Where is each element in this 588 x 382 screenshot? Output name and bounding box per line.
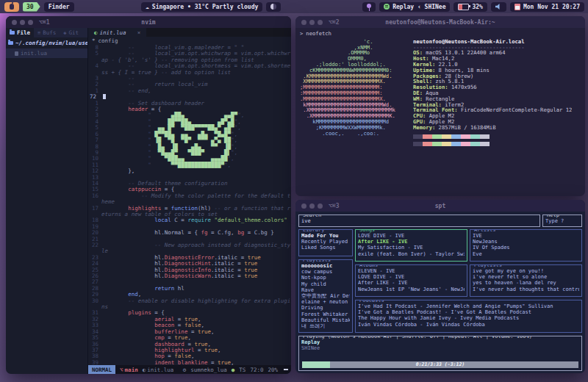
active-app-label: Finder <box>49 4 70 10</box>
palette-swatch <box>413 134 423 139</box>
list-item[interactable]: NewJeans <box>473 239 579 245</box>
tree-tab-bufs-label: Bufs <box>43 29 56 36</box>
list-item[interactable]: Driving <box>301 305 350 311</box>
space-indicator[interactable]: 30 <box>23 2 40 12</box>
editor-line: 4 -- local_vim.opt.shortmess = vim.opt.s… <box>88 63 291 76</box>
nvim-titlebar[interactable]: ⌥⌘1 nvim <box>6 16 291 28</box>
editor-line: 18 local C = require "default_theme.colo… <box>88 217 291 223</box>
terminal-content[interactable]: > neofetch 'c. ,xNMM. .OMMMMo OMMM0, .;l… <box>295 28 585 153</box>
list-item[interactable]: I've Had It Podcast - Jennifer Welch and… <box>358 303 579 309</box>
playlists-left-title: Playlists <box>301 259 332 263</box>
palette-swatch <box>442 142 451 146</box>
treesitter-dot-icon: ● <box>232 367 235 373</box>
list-item[interactable]: ELEVEN - IVE <box>358 268 465 274</box>
list-item[interactable]: NewJeans 1st EP 'New Jeans' - NewJeans <box>358 286 465 292</box>
list-item[interactable]: i've never felt so alone <box>473 274 579 280</box>
pin-widget[interactable] <box>362 2 376 12</box>
weather-widget[interactable]: ☁ Singapore • 31°C Partly cloudy <box>141 2 262 12</box>
list-item[interactable]: The Happy Hour with Jamie Ivey - Ivey Me… <box>358 315 579 321</box>
minimize-button[interactable] <box>309 203 315 209</box>
editor-line: 12 }, <box>88 168 291 174</box>
cursor-position: 72:0 <box>250 367 263 373</box>
search-panel-title: Search <box>301 215 323 218</box>
list-item[interactable]: 空中賣別墅 Air Def <box>301 293 350 299</box>
apple-menu[interactable] <box>4 2 19 12</box>
editor-line: 22 -- New approach instead of diagnostic… <box>88 242 291 255</box>
breadcrumb-label: config <box>98 37 118 44</box>
palette-swatch <box>480 142 490 146</box>
tree-tab-bufs[interactable]: ≡Bufs <box>34 28 60 37</box>
list-item[interactable]: moooooosic <box>301 263 350 269</box>
list-item[interactable]: I've Got a Beatles Podcast! - I've Got A… <box>358 309 579 315</box>
list-item[interactable]: cow campus <box>301 269 350 275</box>
editor-line: 17 highlights = function(hl) -- or a fun… <box>88 206 291 218</box>
spt-row-albums: Albums ELEVEN - IVELOVE DIVE - IVEAfter … <box>355 264 582 297</box>
search-panel[interactable]: Search ive <box>298 215 540 227</box>
active-app-menu[interactable]: Finder <box>44 2 74 12</box>
library-title: Library <box>301 229 326 233</box>
statusline-file: ◐init.lua <box>143 367 174 373</box>
nvim-main: File ≡Bufs ◈Git ~/.config/nvim/lua/user … <box>6 28 291 374</box>
progress-bar[interactable]: 0:21/3:33 (-3:12) <box>302 361 578 368</box>
list-item[interactable]: elaine + neuton <box>301 299 350 305</box>
list-item[interactable]: Rave <box>301 287 350 293</box>
close-button[interactable] <box>301 203 306 209</box>
close-button[interactable] <box>12 20 17 25</box>
list-item[interactable]: IV Of Spades <box>473 245 579 251</box>
minimize-button[interactable] <box>20 20 25 25</box>
zoom-button[interactable] <box>318 203 323 209</box>
editor-lines[interactable]: 8 -- local_vim.g.mapleader = " "5 -- loc… <box>88 44 291 365</box>
music-app-icon <box>384 4 390 10</box>
tree-root-folder[interactable]: ~/.config/nvim/lua/user <box>6 37 87 48</box>
battery-widget[interactable]: 32% <box>453 2 487 12</box>
list-item[interactable]: Liked Songs <box>301 245 350 251</box>
list-item[interactable]: LOVE DIVE - IVE <box>358 274 465 280</box>
list-item[interactable]: Not-kpop <box>301 275 350 281</box>
terminal-titlebar[interactable]: ⌥⌘2 neutonfoo@Neutons-MacBook-Air:~ <box>295 16 585 28</box>
desktop: { "menu_bar": { "space_badge": "30", "ap… <box>0 0 588 382</box>
list-item[interactable]: I've never had thoughts that control me <box>473 286 579 292</box>
speaker-icon <box>495 4 502 10</box>
list-item[interactable]: My child <box>301 281 350 287</box>
neofetch-info: OS: macOS 13.0.1 22A400 arm64Host: Mac14… <box>413 50 572 130</box>
palette-swatch <box>451 142 461 146</box>
zoom-button[interactable] <box>318 20 323 25</box>
help-hint: Type ? <box>545 218 579 224</box>
list-item[interactable]: LOVE DIVE - IVE <box>358 233 465 239</box>
zoom-button[interactable] <box>28 20 33 25</box>
neofetch-art: 'c. ,xNMM. .OMMMMo OMMM0, .;loddo:' lool… <box>300 39 404 150</box>
list-item[interactable]: After LIKE - IVE <box>358 239 465 245</box>
list-item[interactable]: My Satisfaction - IVE <box>358 245 465 251</box>
list-item[interactable]: ive got my eye on you!! <box>473 268 579 274</box>
prompt-symbol: > <box>300 31 303 37</box>
buffer-tab[interactable]: ◐ init.lua × <box>88 28 146 37</box>
list-item[interactable]: Beautiful Mistakes <box>301 317 350 323</box>
volume-widget[interactable] <box>491 2 506 12</box>
list-item[interactable]: Made For You <box>301 233 350 239</box>
list-item[interactable]: 내 쓰레기 <box>301 323 350 329</box>
menu-bar-center: ☁ Singapore • 31°C Partly cloudy <box>141 0 281 13</box>
list-item[interactable]: IVE <box>473 233 579 239</box>
search-input[interactable]: ive <box>301 218 537 224</box>
list-item[interactable]: Recently Played <box>301 239 350 245</box>
editor-line: 5 -- local_vim.opt.whichwrap = vim.opt.w… <box>88 51 291 63</box>
list-item[interactable]: exile (feat. Bon Iver) - Taylor Swift, <box>358 251 465 257</box>
tree-file-label: init.lua <box>21 50 47 57</box>
minimize-button[interactable] <box>309 20 315 25</box>
list-item[interactable]: yes to heaven -lana del rey <box>473 280 579 286</box>
dnd-toggle[interactable] <box>266 2 281 12</box>
tree-tab-git[interactable]: ◈Git <box>60 28 82 37</box>
tree-file-item[interactable]: init.lua <box>6 48 87 58</box>
now-playing-widget[interactable]: Replay ‹ SHINee <box>379 2 450 12</box>
clock-widget[interactable]: Mon Nov 21 20:27 <box>510 2 584 12</box>
buffer-close-icon[interactable]: × <box>137 29 141 36</box>
panel-songs: Songs LOVE DIVE - IVEAfter LIKE - IVEMy … <box>355 229 467 262</box>
list-item[interactable]: Forest Whitaker Ra <box>301 311 350 317</box>
tree-tab-file[interactable]: File <box>6 28 34 37</box>
spt-titlebar[interactable]: ⌥⌘3 spt <box>295 200 585 212</box>
list-item[interactable]: Eve <box>473 251 579 257</box>
close-button[interactable] <box>301 20 306 25</box>
list-item[interactable]: After LIKE - IVE <box>358 280 465 286</box>
treesitter-label: TS <box>239 367 245 373</box>
list-item[interactable]: Iván Vindas Córdoba - Iván Vindas Córdob… <box>358 322 579 328</box>
